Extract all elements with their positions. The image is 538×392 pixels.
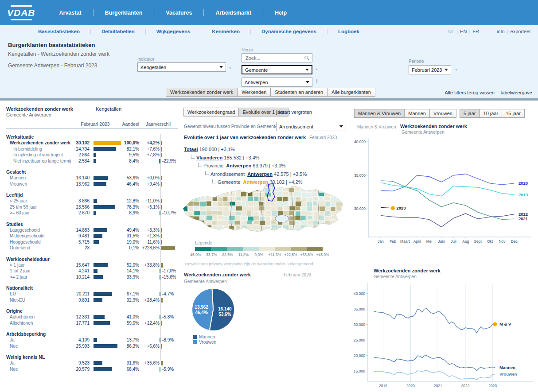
- regio-place-select[interactable]: Antwerpen: [242, 78, 312, 87]
- stats-subtitle: Gemeente Antwerpen: [6, 112, 178, 117]
- info-link[interactable]: info: [497, 29, 505, 34]
- tab-werkzoekenden-zonder-werk[interactable]: Werkzoekenden zonder werk: [166, 88, 238, 97]
- table-row: Allochtonen17.77159,0%+12,4%: [6, 320, 178, 326]
- periode-select[interactable]: Februari 2023: [409, 65, 451, 74]
- subnav-item-wijkgegevens[interactable]: Wijkgegevens: [146, 29, 201, 34]
- privacy-note: Omwille van privacy-wetgeving zijn de wa…: [185, 261, 314, 266]
- pie-legend-item[interactable]: Mannen: [193, 334, 216, 339]
- tree-node: Provincie Antwerpen 63.979 | +3,0%: [198, 162, 307, 170]
- svg-text:16.14053,6%: 16.14053,6%: [218, 307, 232, 317]
- svg-text:Aug: Aug: [462, 239, 469, 244]
- legend-label: +33,8%: [300, 252, 313, 257]
- topnav-item-help[interactable]: Help: [263, 10, 298, 16]
- legend-title: Legende: [195, 241, 212, 245]
- topnav-item-vacatures[interactable]: Vacatures: [154, 10, 203, 16]
- topnav-item-arvastat[interactable]: Arvastat: [48, 10, 93, 16]
- up-down-arrows-icon[interactable]: ▲▼: [315, 78, 318, 84]
- subnav-item-logboek[interactable]: Logboek: [327, 29, 370, 34]
- svg-text:2019: 2019: [519, 192, 528, 197]
- long-term-trend-line-chart[interactable]: 2019202020212022202340.00035.00030.00025…: [354, 281, 537, 391]
- svg-text:2020: 2020: [406, 384, 415, 388]
- table-row: 25 t/m 59 jaar23.56678,3%+5,1%: [6, 204, 178, 210]
- tab-werkenden[interactable]: Werkenden: [237, 88, 271, 97]
- language-en[interactable]: EN: [460, 29, 467, 34]
- svg-text:2020: 2020: [519, 181, 528, 186]
- gender-pie-chart[interactable]: 16.14053,6%13.96246,4%: [179, 285, 326, 334]
- map-view-toggle: WerkzoekendengraadEvolutie over 1 jaar: [184, 108, 288, 116]
- range-5-jaar[interactable]: 5 jaar: [460, 109, 480, 118]
- table-row: Nee20.57968,4%-5,9%: [6, 366, 178, 373]
- range-10-jaar[interactable]: 10 jaar: [480, 109, 503, 118]
- yearly-comparison-line-chart[interactable]: 40.00035.00030.000JanFebMaartAprilMeiJun…: [354, 135, 536, 246]
- indicator-label: Indicator: [137, 57, 154, 62]
- reset-filters-link[interactable]: Alle filters terug wissen: [445, 90, 495, 95]
- legend-label: 0,0%: [254, 252, 263, 257]
- legend-label: -22,5%: [221, 252, 233, 257]
- subnav-item-kenmerken[interactable]: Kenmerken: [201, 29, 250, 34]
- table-row: Mannen16.14053,6%+0,0%: [6, 175, 178, 181]
- enlarge-map-link[interactable]: kaart vergroten: [279, 109, 312, 115]
- tree-link-totaal[interactable]: Totaal: [184, 147, 198, 152]
- tree-link-antwerpen[interactable]: Antwerpen: [226, 163, 251, 168]
- table-row: Ja4.10913,7%-8,9%: [6, 337, 178, 343]
- stats-kicker: Kengetallen: [96, 106, 121, 112]
- pie-title: Werkzoekenden zonder werk: [184, 272, 251, 277]
- range-15-jaar[interactable]: 15 jaar: [502, 109, 525, 118]
- table-row: >= 2 jaar10.21433,9%-15,6%: [6, 274, 178, 280]
- legend-segment: [291, 247, 307, 251]
- topnav-item-burgerklanten[interactable]: Burgerklanten: [94, 10, 154, 16]
- svg-text:Feb: Feb: [390, 239, 396, 244]
- map-toggle-werkzoekendengraad[interactable]: Werkzoekendengraad: [183, 108, 239, 116]
- collapse-arrow-icon[interactable]: ▼: [229, 67, 232, 70]
- language-nl[interactable]: NL: [448, 29, 454, 34]
- vdab-logo[interactable]: VDAB: [7, 4, 35, 21]
- chevron-down-icon: [219, 66, 223, 68]
- topnav-item-arbeidsmarkt[interactable]: Arbeidsmarkt: [204, 10, 263, 16]
- svg-text:15.000: 15.000: [354, 369, 365, 373]
- column-share: Aandeel: [120, 121, 139, 127]
- page-context: Gemeente Antwerpen - Februari 2023: [8, 62, 97, 69]
- flanders-choropleth-map[interactable]: [180, 181, 345, 243]
- pie-legend-item[interactable]: Vrouwen: [193, 339, 216, 345]
- level-select[interactable]: Arrondissement: [276, 122, 346, 131]
- tab-studenten-en-anderen[interactable]: Studenten en anderen: [270, 88, 327, 97]
- export-link[interactable]: exporteer: [511, 29, 531, 34]
- pie-legend: MannenVrouwen: [193, 334, 216, 345]
- map-title: Evolutie over 1 jaar van werkzoekenden z…: [184, 135, 306, 140]
- section-title: Nationaliteit: [6, 280, 178, 291]
- page-subtitle: Kengetallen - Werkzoekenden zonder werk: [8, 51, 109, 57]
- map-panel: WerkzoekendengraadEvolutie over 1 jaar k…: [179, 105, 351, 389]
- search-input[interactable]: [245, 55, 299, 61]
- regio-level-value: Gemeente: [245, 67, 268, 73]
- section-title: Studies: [6, 216, 178, 227]
- subnav-item-dynamische-gegevens[interactable]: Dynamische gegevens: [251, 29, 327, 34]
- top-navigation: VDAB ArvastatBurgerklantenVacaturesArbei…: [0, 0, 538, 25]
- chevron-down-icon: [444, 69, 448, 71]
- svg-text:40.000: 40.000: [354, 291, 365, 296]
- up-arrow-icon[interactable]: ▲: [315, 68, 318, 70]
- subnav-item-basisstatistieken[interactable]: Basisstatistieken: [27, 29, 90, 34]
- collapse-arrow-icon[interactable]: ▼: [455, 69, 458, 71]
- tree-link-vlaanderen[interactable]: Vlaanderen: [196, 155, 222, 160]
- search-icon: [304, 55, 309, 61]
- table-view-link[interactable]: tabelweergave: [500, 90, 532, 95]
- sub-navigation: BasisstatistiekenDetailtabellenWijkgegev…: [0, 25, 538, 38]
- stats-column-headers: Februari 2023 Aandeel Jaarverschil: [6, 121, 178, 127]
- regio-level-select[interactable]: Gemeente: [242, 65, 312, 74]
- legend-label: -33,7%: [205, 252, 217, 257]
- tab-alle-burgerklanten[interactable]: Alle burgerklanten: [327, 88, 375, 97]
- gender-mannen[interactable]: Mannen: [404, 109, 430, 118]
- gender-vrouwen[interactable]: Vrouwen: [429, 109, 456, 118]
- subnav-item-detailtabellen[interactable]: Detailtabellen: [91, 29, 145, 34]
- language-fr[interactable]: FR: [472, 29, 479, 34]
- table-row: Middengeschoold9.48131,5%+1,3%: [6, 233, 178, 239]
- tree-link-antwerpen[interactable]: Antwerpen: [247, 171, 273, 177]
- svg-text:2023: 2023: [396, 206, 405, 210]
- logo-text: VDAB: [7, 8, 35, 18]
- indicator-select[interactable]: Kengetallen: [137, 62, 226, 72]
- gender-mannen-vrouwen[interactable]: Mannen & Vrouwen: [354, 109, 405, 118]
- legend-label: +22,5%: [284, 252, 297, 257]
- svg-text:April: April: [413, 239, 421, 244]
- section-title: Werksituatie: [6, 129, 178, 140]
- logo-bar-bottom: [11, 19, 32, 20]
